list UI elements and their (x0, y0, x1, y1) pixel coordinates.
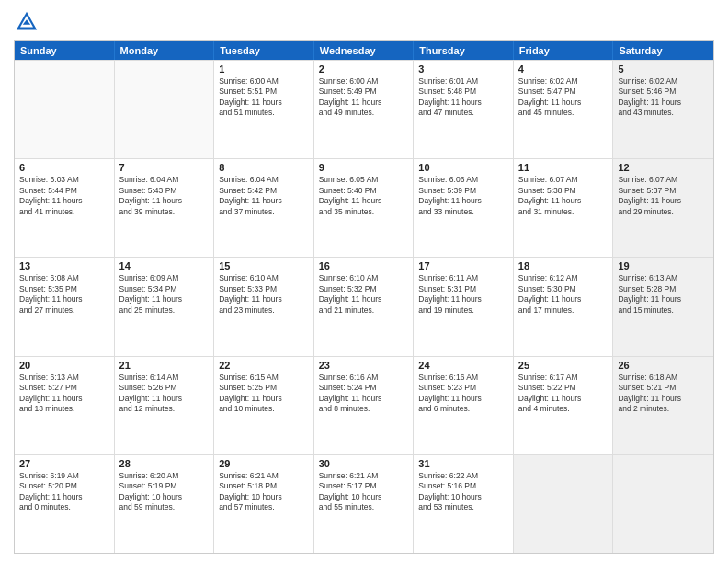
day-number: 28 (119, 458, 210, 469)
week-row-3: 13Sunrise: 6:08 AM Sunset: 5:35 PM Dayli… (15, 257, 713, 355)
cell-info: Sunrise: 6:00 AM Sunset: 5:51 PM Dayligh… (219, 76, 309, 119)
day-number: 5 (618, 63, 709, 75)
cell-info: Sunrise: 6:00 AM Sunset: 5:49 PM Dayligh… (319, 76, 409, 119)
cal-cell: 12Sunrise: 6:07 AM Sunset: 5:37 PM Dayli… (613, 159, 713, 257)
page: SundayMondayTuesdayWednesdayThursdayFrid… (0, 0, 728, 563)
cell-info: Sunrise: 6:07 AM Sunset: 5:37 PM Dayligh… (618, 175, 709, 217)
week-row-4: 20Sunrise: 6:13 AM Sunset: 5:27 PM Dayli… (15, 356, 713, 454)
cal-cell: 5Sunrise: 6:02 AM Sunset: 5:46 PM Daylig… (613, 61, 713, 158)
cal-cell: 24Sunrise: 6:16 AM Sunset: 5:23 PM Dayli… (414, 357, 514, 454)
cal-cell: 29Sunrise: 6:21 AM Sunset: 5:18 PM Dayli… (214, 455, 314, 553)
cell-info: Sunrise: 6:21 AM Sunset: 5:17 PM Dayligh… (319, 471, 409, 513)
cell-info: Sunrise: 6:21 AM Sunset: 5:18 PM Dayligh… (219, 471, 309, 513)
day-number: 29 (219, 458, 309, 469)
cal-cell: 16Sunrise: 6:10 AM Sunset: 5:32 PM Dayli… (314, 258, 415, 355)
day-number: 11 (518, 162, 609, 173)
cal-cell (613, 455, 713, 553)
cal-cell (15, 61, 115, 158)
header-day-sunday: Sunday (15, 41, 115, 60)
week-row-5: 27Sunrise: 6:19 AM Sunset: 5:20 PM Dayli… (15, 454, 713, 553)
cal-cell: 3Sunrise: 6:01 AM Sunset: 5:48 PM Daylig… (414, 61, 514, 158)
cal-cell: 19Sunrise: 6:13 AM Sunset: 5:28 PM Dayli… (613, 258, 713, 355)
logo (14, 9, 43, 35)
cell-info: Sunrise: 6:12 AM Sunset: 5:30 PM Dayligh… (518, 273, 609, 316)
cal-cell: 15Sunrise: 6:10 AM Sunset: 5:33 PM Dayli… (214, 258, 314, 355)
header-day-monday: Monday (115, 41, 215, 60)
day-number: 30 (319, 458, 409, 469)
cell-info: Sunrise: 6:13 AM Sunset: 5:27 PM Dayligh… (19, 373, 109, 415)
cal-cell: 4Sunrise: 6:02 AM Sunset: 5:47 PM Daylig… (514, 61, 614, 158)
day-number: 2 (319, 63, 409, 75)
cell-info: Sunrise: 6:13 AM Sunset: 5:28 PM Dayligh… (618, 273, 709, 316)
cell-info: Sunrise: 6:16 AM Sunset: 5:23 PM Dayligh… (418, 373, 508, 415)
cal-cell: 11Sunrise: 6:07 AM Sunset: 5:38 PM Dayli… (514, 159, 614, 257)
cal-cell: 6Sunrise: 6:03 AM Sunset: 5:44 PM Daylig… (15, 159, 115, 257)
header (14, 9, 714, 35)
cell-info: Sunrise: 6:01 AM Sunset: 5:48 PM Dayligh… (418, 76, 508, 119)
cell-info: Sunrise: 6:07 AM Sunset: 5:38 PM Dayligh… (518, 175, 609, 217)
cal-cell: 18Sunrise: 6:12 AM Sunset: 5:30 PM Dayli… (514, 258, 614, 355)
day-number: 10 (418, 162, 508, 173)
cal-cell: 31Sunrise: 6:22 AM Sunset: 5:16 PM Dayli… (414, 455, 514, 553)
cal-cell: 20Sunrise: 6:13 AM Sunset: 5:27 PM Dayli… (15, 357, 115, 454)
cell-info: Sunrise: 6:02 AM Sunset: 5:46 PM Dayligh… (618, 76, 709, 119)
day-number: 26 (618, 360, 709, 371)
day-number: 19 (618, 260, 709, 271)
cal-cell: 23Sunrise: 6:16 AM Sunset: 5:24 PM Dayli… (314, 357, 415, 454)
cal-cell: 25Sunrise: 6:17 AM Sunset: 5:22 PM Dayli… (514, 357, 614, 454)
day-number: 24 (418, 360, 508, 371)
day-number: 21 (119, 360, 210, 371)
header-day-saturday: Saturday (613, 41, 713, 60)
header-day-wednesday: Wednesday (314, 41, 415, 60)
day-number: 23 (319, 360, 409, 371)
cal-cell: 2Sunrise: 6:00 AM Sunset: 5:49 PM Daylig… (314, 61, 415, 158)
day-number: 7 (119, 162, 210, 173)
cell-info: Sunrise: 6:05 AM Sunset: 5:40 PM Dayligh… (319, 175, 409, 217)
day-number: 27 (19, 458, 109, 469)
cal-cell: 17Sunrise: 6:11 AM Sunset: 5:31 PM Dayli… (414, 258, 514, 355)
cell-info: Sunrise: 6:04 AM Sunset: 5:42 PM Dayligh… (219, 175, 309, 217)
day-number: 18 (518, 260, 609, 271)
cal-cell: 21Sunrise: 6:14 AM Sunset: 5:26 PM Dayli… (115, 357, 215, 454)
cal-cell: 14Sunrise: 6:09 AM Sunset: 5:34 PM Dayli… (115, 258, 215, 355)
cell-info: Sunrise: 6:02 AM Sunset: 5:47 PM Dayligh… (518, 76, 609, 119)
cal-cell: 27Sunrise: 6:19 AM Sunset: 5:20 PM Dayli… (15, 455, 115, 553)
cell-info: Sunrise: 6:06 AM Sunset: 5:39 PM Dayligh… (418, 175, 508, 217)
day-number: 16 (319, 260, 409, 271)
day-number: 22 (219, 360, 309, 371)
cell-info: Sunrise: 6:15 AM Sunset: 5:25 PM Dayligh… (219, 373, 309, 415)
cal-cell: 13Sunrise: 6:08 AM Sunset: 5:35 PM Dayli… (15, 258, 115, 355)
cal-cell: 1Sunrise: 6:00 AM Sunset: 5:51 PM Daylig… (214, 61, 314, 158)
day-number: 1 (219, 63, 309, 75)
cell-info: Sunrise: 6:10 AM Sunset: 5:33 PM Dayligh… (219, 273, 309, 316)
header-day-friday: Friday (514, 41, 614, 60)
cal-cell: 9Sunrise: 6:05 AM Sunset: 5:40 PM Daylig… (314, 159, 415, 257)
cell-info: Sunrise: 6:16 AM Sunset: 5:24 PM Dayligh… (319, 373, 409, 415)
cell-info: Sunrise: 6:14 AM Sunset: 5:26 PM Dayligh… (119, 373, 210, 415)
day-number: 3 (418, 63, 508, 75)
logo-icon (14, 9, 40, 35)
cell-info: Sunrise: 6:08 AM Sunset: 5:35 PM Dayligh… (19, 273, 109, 316)
day-number: 8 (219, 162, 309, 173)
day-number: 17 (418, 260, 508, 271)
cell-info: Sunrise: 6:17 AM Sunset: 5:22 PM Dayligh… (518, 373, 609, 415)
cell-info: Sunrise: 6:18 AM Sunset: 5:21 PM Dayligh… (618, 373, 709, 415)
calendar-header: SundayMondayTuesdayWednesdayThursdayFrid… (15, 41, 713, 60)
cal-cell: 26Sunrise: 6:18 AM Sunset: 5:21 PM Dayli… (613, 357, 713, 454)
cell-info: Sunrise: 6:10 AM Sunset: 5:32 PM Dayligh… (319, 273, 409, 316)
cal-cell: 22Sunrise: 6:15 AM Sunset: 5:25 PM Dayli… (214, 357, 314, 454)
cal-cell: 10Sunrise: 6:06 AM Sunset: 5:39 PM Dayli… (414, 159, 514, 257)
cell-info: Sunrise: 6:11 AM Sunset: 5:31 PM Dayligh… (418, 273, 508, 316)
header-day-tuesday: Tuesday (214, 41, 314, 60)
cal-cell: 7Sunrise: 6:04 AM Sunset: 5:43 PM Daylig… (115, 159, 215, 257)
cell-info: Sunrise: 6:19 AM Sunset: 5:20 PM Dayligh… (19, 471, 109, 513)
cal-cell: 30Sunrise: 6:21 AM Sunset: 5:17 PM Dayli… (314, 455, 415, 553)
day-number: 20 (19, 360, 109, 371)
day-number: 6 (19, 162, 109, 173)
calendar-body: 1Sunrise: 6:00 AM Sunset: 5:51 PM Daylig… (15, 60, 713, 553)
calendar: SundayMondayTuesdayWednesdayThursdayFrid… (14, 40, 714, 554)
cal-cell: 28Sunrise: 6:20 AM Sunset: 5:19 PM Dayli… (115, 455, 215, 553)
day-number: 15 (219, 260, 309, 271)
day-number: 12 (618, 162, 709, 173)
cal-cell: 8Sunrise: 6:04 AM Sunset: 5:42 PM Daylig… (214, 159, 314, 257)
